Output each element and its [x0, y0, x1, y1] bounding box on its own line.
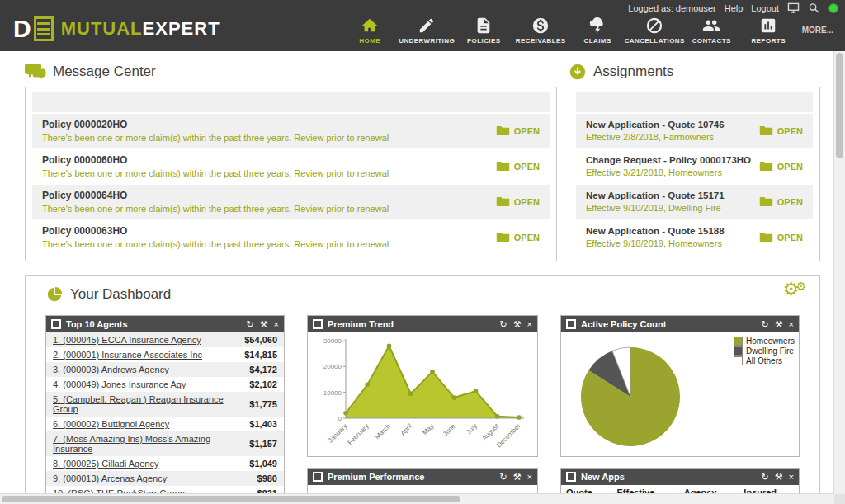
open-message-button[interactable]: OPEN — [496, 232, 540, 243]
tools-icon[interactable]: ⚒ — [513, 319, 522, 330]
vertical-scrollbar[interactable] — [833, 51, 845, 494]
svg-text:February: February — [347, 422, 371, 446]
assignments-header: Assignments — [569, 63, 820, 81]
agent-link[interactable]: 5. (Campbell, Reagan ) Reagan Insurance … — [53, 394, 249, 414]
open-assignment-button[interactable]: OPEN — [759, 196, 803, 207]
legend-swatch — [734, 356, 743, 365]
open-message-button[interactable]: OPEN — [496, 161, 540, 172]
refresh-icon[interactable]: ↻ — [499, 472, 507, 483]
monitor-icon[interactable] — [787, 2, 800, 13]
minimize-icon[interactable] — [566, 319, 576, 329]
assignment-effective: Effective 2/8/2018, Farmowners — [586, 132, 725, 142]
premium-trend-chart: 0100002000030000JanuaryFebruaryMarchApri… — [314, 332, 531, 455]
folder-icon — [759, 196, 773, 207]
logout-link[interactable]: Logout — [751, 3, 779, 13]
legend-label: Dwelling Fire — [746, 346, 794, 356]
help-link[interactable]: Help — [725, 3, 744, 13]
agent-amount: $1,049 — [249, 459, 277, 469]
message-center-header: Message Center — [25, 63, 557, 81]
assignment-effective: Effective 3/21/2018, Homeowners — [586, 167, 751, 177]
nav-contacts[interactable]: CONTACTS — [683, 16, 740, 46]
top-agents-widget-header: Top 10 Agents ↻ ⚒ × — [46, 316, 284, 332]
agent-link[interactable]: 7. (Moss Amazing Ins) Moss's Amazing Ins… — [53, 434, 249, 454]
minimize-icon[interactable] — [313, 319, 323, 329]
assignment-title: Change Request - Policy 0000173HO — [586, 155, 751, 165]
nav-underwriting[interactable]: UNDERWRITING — [399, 16, 456, 46]
legend-item: Dwelling Fire — [734, 346, 795, 356]
agent-link[interactable]: 4. (000049) Jones Insurance Agy — [53, 379, 186, 389]
message-list: Policy 0000020HO There's been one or mor… — [25, 87, 557, 261]
dashboard-section: Your Dashboard ⚙⚙ Top 10 Agents ↻ ⚒ × — [25, 275, 820, 504]
vertical-scrollbar-thumb[interactable] — [836, 53, 843, 158]
agent-link[interactable]: 8. (000025) Cilladi Agency — [53, 459, 158, 469]
people-icon — [702, 16, 720, 35]
top-agents-list: 1. (000045) ECCA Insurance Agency$54,060… — [46, 332, 284, 501]
active-policy-title: Active Policy Count — [581, 319, 666, 329]
close-icon[interactable]: × — [274, 319, 279, 329]
message-row: Policy 0000063HO There's been one or mor… — [32, 220, 550, 254]
nav-receivables[interactable]: RECEIVABLES — [512, 16, 569, 46]
refresh-icon[interactable]: ↻ — [246, 319, 253, 330]
search-icon[interactable] — [808, 2, 820, 13]
minimize-icon[interactable] — [566, 472, 576, 482]
assignment-row: New Application - Quote 15188 Effective … — [576, 220, 813, 254]
refresh-icon[interactable]: ↻ — [761, 472, 768, 483]
open-assignment-button[interactable]: OPEN — [759, 161, 803, 172]
tools-icon[interactable]: ⚒ — [775, 472, 783, 483]
tools-icon[interactable]: ⚒ — [775, 319, 783, 330]
assignments-title: Assignments — [593, 64, 673, 80]
open-assignment-button[interactable]: OPEN — [759, 125, 803, 136]
message-policy: Policy 0000060HO — [42, 154, 389, 166]
refresh-icon[interactable]: ↻ — [499, 319, 507, 330]
tools-icon[interactable]: ⚒ — [260, 319, 268, 330]
more-menu-button[interactable]: MORE... — [802, 26, 833, 35]
close-icon[interactable]: × — [527, 472, 532, 482]
open-message-button[interactable]: OPEN — [496, 125, 540, 136]
active-policy-body: Homeowners Dwelling Fire All Others — [561, 332, 799, 456]
open-message-button[interactable]: OPEN — [496, 196, 540, 207]
agent-amount: $54,060 — [244, 335, 277, 345]
horizontal-scrollbar-thumb[interactable] — [2, 496, 460, 502]
minimize-icon[interactable] — [51, 319, 61, 329]
agent-link[interactable]: 6. (000002) Buttignol Agency — [53, 419, 169, 429]
refresh-icon[interactable]: ↻ — [761, 319, 768, 330]
agent-row: 5. (Campbell, Reagan ) Reagan Insurance … — [46, 392, 284, 417]
horizontal-scrollbar[interactable] — [0, 493, 834, 504]
agent-link[interactable]: 3. (000003) Andrews Agency — [53, 365, 169, 374]
agent-amount: $1,403 — [249, 419, 277, 429]
open-assignment-button[interactable]: OPEN — [759, 232, 803, 243]
nav-policies[interactable]: POLICIES — [456, 16, 512, 46]
message-policy: Policy 0000063HO — [42, 225, 389, 237]
nav-claims[interactable]: CLAIMS — [569, 16, 626, 46]
close-icon[interactable]: × — [527, 319, 532, 329]
minimize-icon[interactable] — [313, 472, 323, 482]
agent-link[interactable]: 1. (000045) ECCA Insurance Agency — [53, 335, 201, 345]
nav-home[interactable]: HOME — [342, 16, 399, 46]
assignment-title: New Application - Quote 15188 — [586, 226, 725, 236]
status-dot — [828, 3, 838, 13]
agent-link[interactable]: 2. (000001) Insurance Associates Inc — [53, 350, 202, 360]
nav-cancellations[interactable]: CANCELLATIONS — [626, 16, 683, 46]
agent-row: 2. (000001) Insurance Associates Inc$14,… — [46, 347, 284, 362]
message-text: There's been one or more claim(s) within… — [42, 133, 389, 143]
premium-performance-title: Premium Performance — [328, 472, 424, 482]
close-icon[interactable]: × — [789, 319, 794, 329]
document-icon — [474, 16, 493, 35]
tools-icon[interactable]: ⚒ — [513, 472, 522, 483]
pencil-icon — [418, 16, 436, 35]
legend-swatch — [734, 346, 743, 356]
dashboard-settings-button[interactable]: ⚙⚙ — [783, 280, 806, 299]
svg-text:30000: 30000 — [323, 337, 342, 345]
assignments-list: New Application - Quote 10746 Effective … — [569, 87, 820, 261]
close-icon[interactable]: × — [789, 472, 794, 482]
nav-reports[interactable]: REPORTS — [740, 16, 797, 46]
agent-row: 7. (Moss Amazing Ins) Moss's Amazing Ins… — [46, 431, 284, 456]
agent-link[interactable]: 9. (000013) Arcenas Agency — [53, 473, 167, 483]
main-content: Message Center Policy 0000020HO There's … — [0, 51, 845, 504]
message-row: Policy 0000020HO There's been one or mor… — [32, 114, 550, 148]
agent-row: 9. (000013) Arcenas Agency$980 — [46, 471, 284, 486]
widgets-grid: Top 10 Agents ↻ ⚒ × 1. (000045) ECCA Ins… — [45, 315, 800, 504]
main-nav: HOME UNDERWRITING POLICIES RECEIVABLES C… — [342, 16, 797, 46]
agent-row: 8. (000025) Cilladi Agency$1,049 — [46, 456, 284, 471]
active-policy-widget-header: Active Policy Count ↻ ⚒ × — [561, 316, 799, 332]
